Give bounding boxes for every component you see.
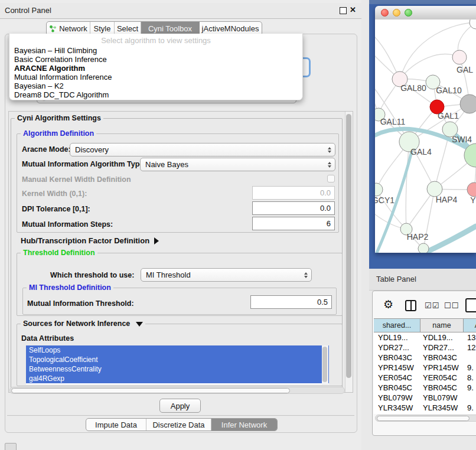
table-cell[interactable]: YBR045C [420,383,464,393]
table-row[interactable]: YBL079WYBL079W [374,393,476,403]
aracne-mode-combo[interactable]: Discovery [70,143,335,156]
threshold-definition-legend: Threshold Definition [21,249,97,257]
network-window-titlebar[interactable] [375,6,476,20]
dropdown-item[interactable]: Bayesian – Hill Climbing [9,46,302,55]
table-cell[interactable] [464,393,476,403]
network-node[interactable] [470,19,476,29]
settings-vscrollbar-thumb[interactable] [346,114,351,378]
table-cell[interactable]: YDL19... [420,332,464,343]
table-cell[interactable]: YLR345W [420,403,464,413]
network-edge-thick[interactable] [421,226,476,253]
mi-algorithm-type-combo[interactable]: Naive Bayes [140,158,335,171]
table-cell[interactable]: YPR145W [374,363,420,373]
table-settings-gear-icon[interactable]: ⚙ [383,299,393,310]
table-cell[interactable]: YBL079W [420,393,464,403]
table-cell[interactable]: YBR043C [374,353,420,363]
dock-corner-button[interactable] [5,443,17,450]
minimize-traffic-light-icon[interactable] [393,9,400,17]
manual-kernel-label: Manual Kernel Width Definition [22,175,131,184]
float-window-icon[interactable] [340,7,347,14]
network-node[interactable] [460,94,476,113]
subtab-infer-network[interactable]: Infer Network [211,419,277,431]
settings-hscrollbar-thumb[interactable] [11,388,290,393]
dropdown-item[interactable]: Bayesian – K2 [9,81,302,90]
dropdown-item[interactable]: Mutual Information Inference [9,73,302,81]
data-attributes-list[interactable]: SelfLoopsTopologicalCoefficientBetweenne… [26,345,329,384]
dropdown-item[interactable]: ARACNE Algorithm [9,64,302,73]
network-edge[interactable] [400,54,459,79]
table-row[interactable]: YBR043CYBR043C [374,353,476,363]
dpi-tolerance-field[interactable]: 0.0 [252,201,335,215]
network-canvas[interactable]: GALGAL80GAL10GAL1GAL11SWI4GAL4GCY1HAP4YH… [375,19,476,253]
table-row[interactable]: YDR27...YDR27...12 [374,343,476,353]
table-cell[interactable]: YBR045C [374,383,420,393]
table-cell[interactable]: 9 [464,413,476,414]
network-node-Y[interactable] [467,182,476,197]
dropdown-item[interactable]: Basic Correlation Inference [9,55,302,64]
table-cell[interactable]: YPR145W [420,363,464,373]
network-node-label: GAL1 [438,111,459,120]
table-cell[interactable]: YBR043C [420,353,464,363]
attribute-item[interactable]: BetweennessCentrality [26,364,329,374]
column-layout-icon[interactable] [405,300,416,311]
attribute-item[interactable]: SelfLoops [26,345,329,355]
close-panel-icon[interactable]: ✕ [350,5,356,14]
table-cell[interactable]: 9. [464,383,476,393]
mi-steps-label: Mutual Information Steps: [22,220,113,229]
attribute-item[interactable]: gal4RGexp [26,374,329,383]
table-cell[interactable]: YER054C [374,373,420,383]
table-row[interactable]: YPR145WYPR145W9. [374,363,476,373]
attributes-vscrollbar[interactable] [322,345,328,384]
table-cell[interactable]: YDL19... [374,332,420,343]
manual-kernel-checkbox[interactable] [327,175,335,182]
table-row[interactable]: YIL052CYIL052C9 [374,413,476,414]
table-cell[interactable]: 9. [464,363,476,373]
table-row[interactable]: YLR345WYLR345W9. [374,403,476,413]
table-cell[interactable]: YER054C [420,373,464,383]
table-cell[interactable]: 9. [464,403,476,413]
column-header-shared-name[interactable]: shared... [374,319,420,332]
subtab-discretize-data[interactable]: Discretize Data [146,419,211,431]
table-cell[interactable]: YDR27... [420,343,464,353]
select-all-columns-icon[interactable]: ☑☑ [425,301,439,310]
zoom-traffic-light-icon[interactable] [405,9,412,17]
network-node[interactable] [418,243,429,253]
table-hscrollbar[interactable] [375,415,476,422]
table-hscrollbar-thumb[interactable] [377,416,470,421]
attribute-item[interactable]: TopologicalCoefficient [26,355,329,364]
settings-vscrollbar[interactable] [345,112,353,392]
export-table-icon[interactable] [465,298,476,312]
table-cell[interactable]: YIL052C [420,413,464,414]
dropdown-item[interactable]: Dream8 DC_TDC Algorithm [9,90,302,99]
mi-threshold-field[interactable]: 0.5 [250,295,332,309]
table-cell[interactable]: YIL052C [374,413,420,414]
hub-definition-toggle[interactable]: Hub/Transcription Factor Definition [21,236,159,245]
network-node-GAL[interactable] [452,50,467,64]
table-cell[interactable] [464,353,476,363]
table-cell[interactable]: 8. [464,373,476,383]
control-panel-titlebar[interactable]: Control Panel ✕ [0,3,361,19]
column-header-partial[interactable]: A [464,319,476,332]
network-edge[interactable] [406,142,409,229]
table-cell[interactable]: 13 [464,332,476,343]
table-row[interactable]: YBR045CYBR045C9. [374,383,476,393]
close-traffic-light-icon[interactable] [381,9,389,17]
column-header-name[interactable]: name [420,319,464,332]
aracne-mode-value: Discovery [70,145,109,154]
settings-hscrollbar[interactable] [9,387,345,394]
kernel-width-field[interactable]: 0.0 [252,186,335,200]
apply-button[interactable]: Apply [159,399,201,413]
mi-steps-field[interactable]: 6 [252,217,335,230]
network-node-GCY1[interactable] [375,183,383,196]
table-cell[interactable]: 12 [464,343,476,353]
which-threshold-combo[interactable]: MI Threshold [141,268,312,282]
table-cell[interactable]: YLR345W [374,403,420,413]
deselect-all-columns-icon[interactable]: ☐☐ [444,301,459,310]
sources-legend-wrap[interactable]: Sources for Network Inference [21,319,145,328]
table-cell[interactable]: YDR27... [374,343,420,353]
table-cell[interactable]: YBL079W [374,393,420,403]
table-row[interactable]: YDL19...YDL19...13 [374,332,476,343]
attributes-vscrollbar-thumb[interactable] [322,347,327,382]
subtab-impute-data[interactable]: Impute Data [86,419,146,431]
table-row[interactable]: YER054CYER054C8. [374,373,476,383]
